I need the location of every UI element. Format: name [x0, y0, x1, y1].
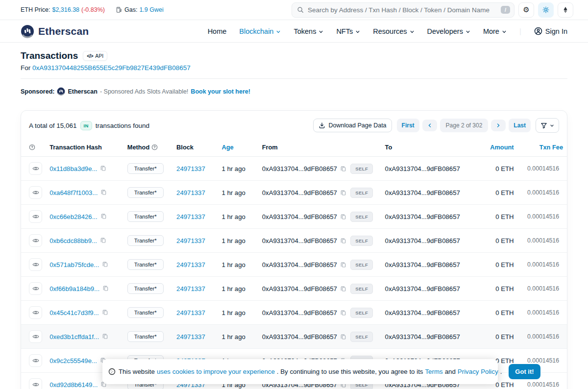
- previous-page-button[interactable]: [422, 120, 437, 131]
- nav-item-tokens[interactable]: Tokens: [294, 27, 323, 35]
- eth-price-value[interactable]: $2,316.38: [52, 6, 79, 13]
- transaction-hash-link[interactable]: 0xd92d8b6149...: [49, 381, 98, 389]
- block-number-link[interactable]: 24971337: [176, 213, 205, 220]
- txn-fee-text: 0.00014516: [527, 189, 559, 196]
- copy-icon[interactable]: [340, 262, 346, 268]
- filter-button[interactable]: [536, 118, 559, 133]
- nav-item-home[interactable]: Home: [208, 27, 227, 35]
- copy-icon[interactable]: [102, 285, 109, 292]
- to-address: 0xA9313704...9dFB08657: [385, 261, 460, 268]
- preview-transaction-button[interactable]: [29, 258, 42, 271]
- help-icon[interactable]: [151, 144, 158, 150]
- next-page-button[interactable]: [491, 120, 506, 131]
- transaction-hash-link[interactable]: 0xc66eb28426...: [49, 213, 98, 220]
- block-number-link[interactable]: 24971337: [176, 165, 205, 172]
- amount-text: 0 ETH: [495, 189, 514, 196]
- transaction-hash-link[interactable]: 0x571ab75fcde...: [49, 261, 99, 268]
- nav-item-developers[interactable]: Developers: [427, 27, 470, 35]
- copy-icon[interactable]: [463, 310, 464, 316]
- block-number-link[interactable]: 24971337: [176, 333, 205, 340]
- gas-value[interactable]: 1.9 Gwei: [139, 6, 163, 13]
- help-icon[interactable]: [29, 144, 35, 150]
- copy-icon[interactable]: [463, 334, 464, 340]
- age-text: 1 hr ago: [221, 189, 245, 196]
- copy-icon[interactable]: [340, 334, 346, 340]
- search-input[interactable]: [308, 6, 497, 14]
- cookie-experience-link[interactable]: uses cookies to improve your experience: [157, 368, 275, 375]
- chevron-down-icon: [355, 29, 360, 34]
- sponsor-logo-icon: [57, 87, 65, 96]
- transaction-hash-link[interactable]: 0x11d8ba3d9e...: [49, 165, 97, 172]
- sponsor-link[interactable]: Book your slot here!: [191, 88, 250, 95]
- txn-fee-text: 0.00014516: [527, 213, 559, 220]
- nav-item-resources[interactable]: Resources: [373, 27, 414, 35]
- transaction-hash-link[interactable]: 0xf66b9a184b9...: [49, 285, 99, 292]
- sign-in-button[interactable]: Sign In: [534, 27, 567, 35]
- copy-icon[interactable]: [463, 286, 464, 292]
- copy-icon[interactable]: [340, 238, 346, 244]
- cookie-text: . By continuing to use this website, you…: [277, 368, 423, 375]
- settings-button[interactable]: ⚙: [518, 2, 534, 18]
- network-button[interactable]: [558, 2, 573, 18]
- preview-transaction-button[interactable]: [29, 378, 42, 389]
- etherscan-logo[interactable]: Etherscan: [21, 24, 89, 38]
- transaction-hash-link[interactable]: 0xb6cdc88bb9...: [49, 237, 97, 244]
- preview-transaction-button[interactable]: [29, 306, 42, 319]
- got-it-button[interactable]: Got it!: [509, 364, 540, 379]
- copy-icon[interactable]: [463, 190, 464, 196]
- column-amount-sort[interactable]: Amount: [464, 139, 517, 157]
- copy-icon[interactable]: [102, 261, 108, 267]
- nav-item-nfts[interactable]: NFTs: [336, 27, 360, 35]
- column-txn-fee-sort[interactable]: Txn Fee: [518, 139, 567, 157]
- copy-icon[interactable]: [340, 310, 346, 316]
- copy-icon[interactable]: [340, 166, 346, 172]
- terms-link[interactable]: Terms: [425, 368, 442, 375]
- block-number-link[interactable]: 24971337: [176, 285, 205, 292]
- block-number-link[interactable]: 24971337: [176, 189, 205, 196]
- copy-icon[interactable]: [340, 286, 346, 292]
- transaction-hash-link[interactable]: 0xed3b1cffda1f...: [49, 333, 99, 340]
- nav-item-more[interactable]: More: [483, 27, 507, 35]
- transaction-hash-link[interactable]: 0x45c41c7d3f9...: [49, 309, 98, 316]
- download-page-data-button[interactable]: Download Page Data: [313, 119, 392, 132]
- for-label: For: [21, 64, 30, 72]
- block-number-link[interactable]: 24971337: [176, 261, 205, 268]
- theme-toggle-button[interactable]: [538, 2, 554, 18]
- preview-transaction-button[interactable]: [29, 354, 42, 367]
- last-page-button[interactable]: Last: [509, 119, 531, 132]
- preview-transaction-button[interactable]: [29, 234, 42, 247]
- page-title: Transactions: [21, 50, 78, 61]
- transaction-hash-link[interactable]: 0x9c2c55549e...: [49, 357, 97, 365]
- search-bar[interactable]: /: [292, 2, 514, 18]
- from-address: 0xA9313704...9dFB08657: [262, 309, 337, 316]
- nav-item-label: Home: [208, 27, 227, 35]
- block-number-link[interactable]: 24971337: [176, 309, 205, 316]
- nav-item-blockchain[interactable]: Blockchain: [239, 27, 281, 35]
- copy-icon[interactable]: [102, 333, 108, 340]
- copy-icon[interactable]: [463, 214, 464, 220]
- copy-icon[interactable]: [340, 190, 346, 196]
- copy-icon[interactable]: [102, 309, 108, 316]
- first-page-button[interactable]: First: [397, 119, 419, 132]
- column-age-sort[interactable]: Age: [218, 139, 258, 157]
- copy-icon[interactable]: [100, 165, 106, 171]
- copy-icon[interactable]: [100, 213, 107, 219]
- preview-transaction-button[interactable]: [29, 330, 42, 343]
- copy-icon[interactable]: [100, 237, 106, 243]
- copy-icon[interactable]: [463, 262, 464, 268]
- total-count-prefix: A total of 15,061: [29, 122, 77, 129]
- privacy-policy-link[interactable]: Privacy Policy: [458, 368, 498, 375]
- address-link[interactable]: 0xA931370448255B655E5c29Fb9827E439dFB086…: [32, 64, 191, 72]
- preview-transaction-button[interactable]: [29, 162, 42, 175]
- method-badge: Transfer*: [127, 283, 164, 294]
- copy-icon[interactable]: [463, 166, 464, 172]
- copy-icon[interactable]: [100, 189, 107, 195]
- copy-icon[interactable]: [340, 214, 346, 220]
- preview-transaction-button[interactable]: [29, 282, 42, 295]
- preview-transaction-button[interactable]: [29, 186, 42, 199]
- copy-icon[interactable]: [463, 238, 464, 244]
- preview-transaction-button[interactable]: [29, 210, 42, 223]
- block-number-link[interactable]: 24971337: [176, 237, 205, 244]
- transaction-hash-link[interactable]: 0xa648f7f1003...: [49, 189, 98, 196]
- api-badge[interactable]: </> API: [83, 51, 107, 61]
